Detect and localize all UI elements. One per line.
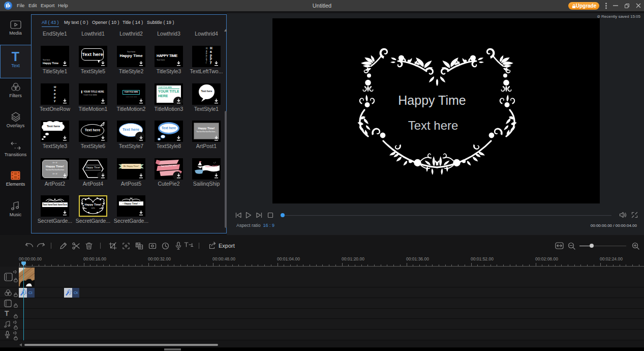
svg-text:Happy Time: Happy Time (398, 93, 466, 107)
svg-text:Text here: Text here (408, 119, 458, 132)
